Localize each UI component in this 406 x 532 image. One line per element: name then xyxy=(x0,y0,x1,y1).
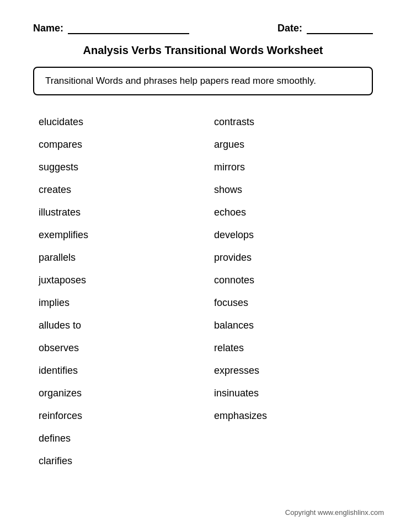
right-word-item: focuses xyxy=(214,292,373,314)
left-word-item: compares xyxy=(39,133,197,156)
left-word-item: exemplifies xyxy=(39,224,197,246)
right-word-item: contrasts xyxy=(214,111,373,133)
copyright-text: Copyright www.englishlinx.com xyxy=(285,508,384,517)
date-label: Date: xyxy=(277,23,302,34)
left-word-item: elucidates xyxy=(39,111,197,133)
left-column: elucidatescomparessuggestscreatesillustr… xyxy=(33,111,197,472)
name-label: Name: xyxy=(33,23,63,34)
left-word-item: clarifies xyxy=(39,450,197,472)
left-word-item: observes xyxy=(39,337,197,359)
right-word-item: expresses xyxy=(214,359,373,382)
right-word-item: insinuates xyxy=(214,382,373,405)
left-word-item: defines xyxy=(39,427,197,450)
right-word-item: shows xyxy=(214,179,373,201)
intro-text: Transitional Words and phrases help pape… xyxy=(45,76,316,86)
intro-box: Transitional Words and phrases help pape… xyxy=(33,67,373,95)
left-word-item: organizes xyxy=(39,382,197,405)
worksheet-title: Analysis Verbs Transitional Words Worksh… xyxy=(33,44,373,57)
name-input-line xyxy=(68,22,189,34)
header-row: Name: Date: xyxy=(33,22,373,34)
name-field: Name: xyxy=(33,22,189,34)
right-column: contrastsarguesmirrorsshowsechoesdevelop… xyxy=(197,111,373,472)
left-word-item: identifies xyxy=(39,359,197,382)
left-word-item: illustrates xyxy=(39,201,197,224)
left-word-item: parallels xyxy=(39,246,197,269)
right-word-item: develops xyxy=(214,224,373,246)
right-word-item: emphasizes xyxy=(214,405,373,427)
left-word-item: juxtaposes xyxy=(39,269,197,292)
date-input-line xyxy=(307,22,373,34)
left-word-item: creates xyxy=(39,179,197,201)
right-word-item: connotes xyxy=(214,269,373,292)
date-field: Date: xyxy=(277,22,373,34)
left-word-item: alludes to xyxy=(39,314,197,337)
right-word-item: mirrors xyxy=(214,156,373,179)
right-word-item: echoes xyxy=(214,201,373,224)
right-word-item: balances xyxy=(214,314,373,337)
right-word-item: relates xyxy=(214,337,373,359)
right-word-item: provides xyxy=(214,246,373,269)
left-word-item: implies xyxy=(39,292,197,314)
right-word-item: argues xyxy=(214,133,373,156)
left-word-item: reinforces xyxy=(39,405,197,427)
worksheet-page: Name: Date: Analysis Verbs Transitional … xyxy=(0,0,406,532)
left-word-item: suggests xyxy=(39,156,197,179)
words-section: elucidatescomparessuggestscreatesillustr… xyxy=(33,111,373,472)
